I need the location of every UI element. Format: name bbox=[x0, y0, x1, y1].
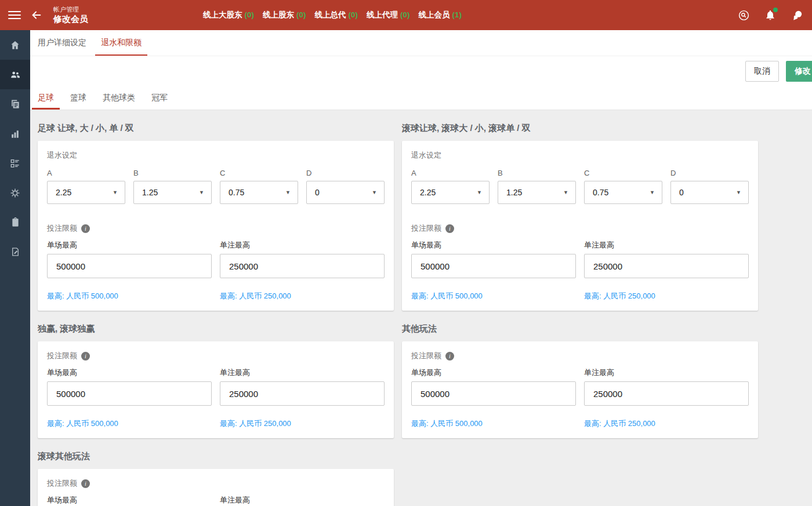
sport-tab-other-sports[interactable]: 其他球类 bbox=[97, 86, 141, 110]
count-badge: (0) bbox=[349, 10, 358, 19]
field-label: 单场最高 bbox=[411, 240, 576, 250]
tab-rebate-and-limits[interactable]: 退水和限额 bbox=[95, 30, 147, 56]
list-squares-icon bbox=[9, 158, 21, 169]
sport-tab-champion[interactable]: 冠军 bbox=[146, 86, 173, 110]
card-other-plays: 投注限额 单场最高 最高: 人民币 500,000 单注最高 最高: 人民币 2… bbox=[402, 341, 758, 438]
rebate-select-c[interactable]: 0.75 bbox=[584, 181, 662, 204]
field-label: 单注最高 bbox=[584, 240, 749, 250]
home-icon bbox=[9, 39, 21, 51]
sidebar-item-home[interactable] bbox=[0, 30, 30, 60]
sidebar-item-tasks[interactable] bbox=[0, 208, 30, 237]
sidebar-item-reports[interactable] bbox=[0, 89, 30, 119]
sidebar-item-members[interactable] bbox=[0, 60, 30, 89]
section-title: 其他玩法 bbox=[402, 323, 758, 334]
info-icon[interactable] bbox=[445, 352, 454, 361]
field-label: 单场最高 bbox=[47, 367, 212, 378]
bet-limit-label: 投注限额 bbox=[411, 223, 749, 234]
max-note: 最高: 人民币 500,000 bbox=[47, 291, 212, 301]
field-label: 单注最高 bbox=[220, 240, 385, 250]
note-edit-icon bbox=[10, 246, 21, 257]
notifications-icon[interactable] bbox=[764, 9, 776, 21]
bet-max-input[interactable] bbox=[220, 254, 385, 278]
sidebar-item-lists[interactable] bbox=[0, 148, 30, 178]
rebate-select-d[interactable]: 0 bbox=[306, 181, 385, 204]
select-label: C bbox=[584, 169, 662, 177]
card-football-handicap: 退水设定 A2.25 B1.25 C0.75 D0 投注限额 单场最高 最高: … bbox=[38, 141, 394, 311]
chat-icon[interactable] bbox=[791, 9, 804, 21]
page-title: 修改会员 bbox=[53, 14, 88, 25]
rebate-settings-label: 退水设定 bbox=[47, 150, 385, 161]
card-live-other-plays: 投注限额 单场最高 最高: 人民币 500,000 单注最高 最高: 人民币 2… bbox=[38, 469, 394, 506]
sidebar-item-settings[interactable] bbox=[0, 178, 30, 208]
rebate-select-a[interactable]: 2.25 bbox=[47, 181, 125, 204]
app-header: 帐户管理 修改会员 线上大股东(0) 线上股东(0) 线上总代(0) 线上代理(… bbox=[0, 0, 812, 30]
max-note: 最高: 人民币 500,000 bbox=[47, 418, 212, 429]
hamburger-icon[interactable] bbox=[8, 9, 21, 21]
card-outright: 投注限额 单场最高 最高: 人民币 500,000 单注最高 最高: 人民币 2… bbox=[38, 341, 394, 438]
clipboard-icon bbox=[10, 217, 21, 228]
card-row-3: 滚球其他玩法 投注限额 单场最高 最高: 人民币 500,000 单注最高 最高… bbox=[30, 438, 812, 506]
bet-limit-label: 投注限额 bbox=[47, 478, 385, 489]
rebate-select-c[interactable]: 0.75 bbox=[220, 181, 298, 204]
match-max-input[interactable] bbox=[47, 381, 212, 406]
bet-limit-label: 投注限额 bbox=[47, 223, 385, 234]
rebate-select-b[interactable]: 1.25 bbox=[133, 181, 212, 204]
bet-max-input[interactable] bbox=[584, 254, 749, 278]
max-note: 最高: 人民币 250,000 bbox=[584, 418, 749, 429]
section-title: 滚球其他玩法 bbox=[38, 451, 394, 462]
content-area: 足球 让球, 大 / 小, 单 / 双 退水设定 A2.25 B1.25 C0.… bbox=[30, 110, 812, 506]
match-max-input[interactable] bbox=[47, 254, 212, 278]
account-level-nav: 线上大股东(0) 线上股东(0) 线上总代(0) 线上代理(0) 线上会员(1) bbox=[203, 0, 462, 30]
bet-max-input[interactable] bbox=[220, 381, 385, 406]
info-icon[interactable] bbox=[445, 224, 454, 233]
documents-icon bbox=[9, 99, 21, 110]
count-badge: (0) bbox=[245, 10, 255, 19]
nav-online-agent[interactable]: 线上代理(0) bbox=[367, 10, 410, 20]
people-icon bbox=[9, 68, 21, 81]
select-label: A bbox=[411, 169, 490, 177]
select-label: B bbox=[498, 169, 576, 177]
card-live-handicap: 退水设定 A2.25 B1.25 C0.75 D0 投注限额 单场最高 最高: … bbox=[402, 141, 758, 311]
limit-fields: 单场最高 最高: 人民币 500,000 单注最高 最高: 人民币 250,00… bbox=[47, 240, 385, 301]
field-label: 单场最高 bbox=[47, 240, 212, 250]
limit-fields: 单场最高 最高: 人民币 500,000 单注最高 最高: 人民币 250,00… bbox=[47, 495, 385, 506]
bet-max-input[interactable] bbox=[584, 381, 749, 406]
nav-online-member[interactable]: 线上会员(1) bbox=[419, 10, 462, 20]
sport-tab-basketball[interactable]: 篮球 bbox=[64, 86, 92, 110]
max-note: 最高: 人民币 250,000 bbox=[220, 418, 385, 429]
match-max-input[interactable] bbox=[411, 254, 576, 278]
rebate-select-b[interactable]: 1.25 bbox=[498, 181, 576, 204]
tab-user-detail-settings[interactable]: 用户详细设定 bbox=[32, 30, 92, 56]
rebate-settings-label: 退水设定 bbox=[411, 150, 749, 161]
page-title-block: 帐户管理 修改会员 bbox=[53, 6, 88, 25]
sport-tab-football[interactable]: 足球 bbox=[32, 86, 60, 110]
sidebar-item-records[interactable] bbox=[0, 237, 30, 267]
bar-chart-icon bbox=[9, 128, 21, 140]
rebate-select-a[interactable]: 2.25 bbox=[411, 181, 490, 204]
back-arrow-icon[interactable] bbox=[30, 9, 43, 21]
nav-online-master-agent[interactable]: 线上总代(0) bbox=[315, 10, 358, 20]
info-icon[interactable] bbox=[81, 352, 90, 361]
sidebar-item-statistics[interactable] bbox=[0, 119, 30, 148]
nav-online-shareholder[interactable]: 线上股东(0) bbox=[263, 10, 306, 20]
field-label: 单场最高 bbox=[47, 495, 212, 505]
info-icon[interactable] bbox=[81, 479, 90, 488]
submit-button[interactable]: 修改 bbox=[786, 61, 812, 82]
select-label: B bbox=[133, 169, 212, 177]
section-title: 独赢, 滚球独赢 bbox=[38, 323, 394, 334]
search-icon[interactable] bbox=[738, 9, 750, 21]
count-badge: (0) bbox=[296, 10, 306, 19]
limit-fields: 单场最高 最高: 人民币 500,000 单注最高 最高: 人民币 250,00… bbox=[47, 367, 385, 429]
match-max-input[interactable] bbox=[411, 381, 576, 406]
breadcrumb: 帐户管理 bbox=[53, 6, 88, 14]
max-note: 最高: 人民币 500,000 bbox=[411, 291, 576, 301]
info-icon[interactable] bbox=[81, 224, 90, 233]
field-label: 单场最高 bbox=[411, 367, 576, 378]
cancel-button[interactable]: 取消 bbox=[745, 61, 779, 82]
max-note: 最高: 人民币 500,000 bbox=[411, 418, 576, 429]
gear-icon bbox=[9, 187, 21, 199]
nav-online-super-shareholder[interactable]: 线上大股东(0) bbox=[203, 10, 254, 20]
limit-fields: 单场最高 最高: 人民币 500,000 单注最高 最高: 人民币 250,00… bbox=[411, 367, 749, 429]
rebate-select-d[interactable]: 0 bbox=[670, 181, 749, 204]
main-panel: 用户详细设定 退水和限额 取消 修改 足球 篮球 其他球类 冠军 足球 让球, … bbox=[30, 30, 812, 506]
